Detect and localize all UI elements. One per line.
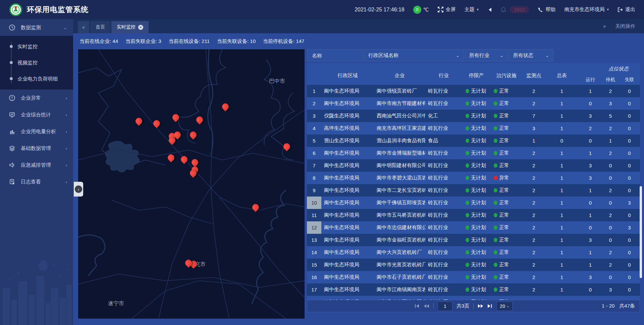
cell-limit: 无计划: [462, 150, 490, 156]
region-filter-select[interactable]: 行政区域名称 ⌄: [364, 49, 464, 61]
table-row[interactable]: 3 仪陇生态环境局 西南油气田分公司川中 化工 无计划 正常 7 1 3 5 0: [307, 110, 640, 122]
name-filter-input[interactable]: [311, 52, 359, 59]
first-page-button[interactable]: [415, 304, 420, 308]
org-menu-button[interactable]: 南充市生态环境局▾: [564, 6, 609, 13]
table-row[interactable]: 8 阆中生态环境局 阆中市枣碧大梁山页岩 砖瓦行业 无计划 异常 2 1 3 0…: [307, 172, 640, 184]
cell-region: 阆中生态环境局: [321, 162, 374, 169]
notification-count-badge: 2632: [510, 6, 529, 13]
header-index: [307, 72, 321, 76]
page-size-select[interactable]: 20 ⌄: [496, 302, 513, 311]
sidebar-item-1[interactable]: 企业异常 ‹: [0, 90, 73, 106]
cell-meters: 1: [545, 212, 579, 218]
skyline-decoration: [0, 256, 73, 325]
cell-meters: 1: [545, 150, 579, 156]
theme-menu-button[interactable]: 主题▾: [465, 6, 479, 13]
table-row[interactable]: 7 阆中生态环境局 阆中明阳建材有限公司 砖瓦行业 无计划 正常 2 1 3 0…: [307, 159, 640, 172]
cell-region: 阆中生态环境局: [321, 274, 374, 280]
status-dot: [466, 250, 469, 255]
cell-company: 阆中市枣碧大梁山页岩: [374, 175, 425, 181]
cell-industry: 砖瓦行业: [425, 212, 462, 218]
cell-run: 1: [579, 187, 602, 193]
sidebar-item-4[interactable]: 基础数据管理 ‹: [0, 140, 73, 157]
map-panel[interactable]: 巴中市南充市遂宁市: [78, 49, 305, 319]
table-row[interactable]: 13 阆中生态环境局 阆中市金福旺页岩机砖 砖瓦行业 无计划 正常 2 1 3 …: [307, 234, 640, 246]
status-dot: [466, 263, 469, 267]
tabs-scroll-right-button[interactable]: »: [603, 23, 606, 29]
fullscreen-icon: [438, 7, 443, 12]
cell-stop: 2: [602, 262, 619, 268]
cell-points: 2: [523, 225, 545, 230]
tab-close-icon[interactable]: ✕: [138, 25, 143, 30]
chevron-icon: ‹: [66, 96, 67, 101]
cell-region: 阆中生态环境局: [321, 88, 374, 94]
cell-lost: 0: [619, 212, 640, 218]
help-button[interactable]: 帮助: [538, 6, 555, 13]
sidebar-collapse-button[interactable]: ‹: [74, 182, 83, 197]
table-scrollbar[interactable]: [640, 186, 642, 278]
prev-page-button[interactable]: [424, 304, 429, 308]
sidebar-submenu-item[interactable]: 视频监控: [0, 55, 73, 71]
cell-industry: 砖瓦行业: [425, 237, 462, 243]
table-row[interactable]: 17 阆中生态环境局 阆中市江南镇阆南页岩 砖瓦行业 无计划 正常 2 1 0 …: [307, 283, 640, 296]
table-row[interactable]: 4 高坪生态环境局 南充市高坪区王家店建 砖瓦行业 无计划 正常 3 1 2 2…: [307, 122, 640, 134]
cell-stop: 0: [602, 200, 619, 206]
page-number-input[interactable]: [438, 302, 452, 311]
sidebar-item-2[interactable]: 企业综合统计 ‹: [0, 106, 73, 123]
cell-points: 2: [523, 200, 545, 206]
cell-facility: 正常: [490, 286, 523, 293]
cell-meters: 1: [545, 250, 579, 255]
name-filter-field[interactable]: [307, 49, 363, 61]
table-row[interactable]: 12 阆中生态环境局 阆中市忠信建材有限公 砖瓦行业 无计划 正常 2 1 0 …: [307, 221, 640, 234]
table-row[interactable]: 10 阆中生态环境局 阆中千佛镇五郎垭页岩 砖瓦行业 无计划 正常 2 1 0 …: [307, 197, 640, 209]
industry-filter-select[interactable]: 所有行业 ⌄: [465, 49, 508, 61]
table-row[interactable]: 14 阆中生态环境局 阆中大兴页岩机砖厂 砖瓦行业 无计划 正常 2 1 1 2…: [307, 246, 640, 259]
status-dot: [466, 201, 469, 205]
cell-stop: 2: [602, 88, 619, 94]
cell-stop: 2: [602, 187, 619, 193]
sidebar-submenu-item[interactable]: 实时监控: [0, 39, 73, 55]
fullscreen-button[interactable]: 全屏: [438, 6, 456, 13]
table-row[interactable]: 11 阆中生态环境局 阆中市五马桥页岩机砖 砖瓦行业 无计划 正常 2 1 1 …: [307, 209, 640, 221]
sidebar-item-0[interactable]: 数据监测 ⌄: [0, 19, 73, 36]
main-content: 当前在线企业: 44当前失联企业: 3当前在线设备: 211当前失联设备: 10…: [73, 33, 644, 325]
cell-industry: 砖瓦行业: [425, 187, 462, 194]
table-row[interactable]: 18 南部生态环境局 南部县砖化页岩有限公 建材加工 无计划 正常 5 0 0 …: [307, 296, 640, 300]
sidebar-submenu-item[interactable]: 企业电力负荷明细: [0, 71, 73, 87]
next-page-button[interactable]: [478, 304, 483, 308]
last-page-button[interactable]: [487, 304, 492, 308]
table-row[interactable]: 1 阆中生态环境局 阆中强锐页岩砖厂 砖瓦行业 无计划 正常 2 1 1 2 0: [307, 85, 640, 97]
logout-button[interactable]: 退出: [618, 6, 635, 13]
cell-industry: 砖瓦行业: [425, 150, 462, 156]
close-operations-button[interactable]: 关闭操作: [615, 23, 635, 30]
table-row[interactable]: 9 阆中生态环境局 阆中市二龙长宝页岩砖 砖瓦行业 无计划 正常 2 1 1 2…: [307, 184, 640, 197]
cell-stop: 2: [602, 150, 619, 156]
layers-icon: [9, 145, 15, 152]
cell-points: 2: [523, 88, 545, 94]
cell-facility: 正常: [490, 88, 523, 94]
header-facility: 治污设施: [490, 69, 523, 79]
tab-1[interactable]: 实时监控 ✕: [111, 21, 149, 33]
cell-region: 阆中生态环境局: [321, 100, 374, 107]
clock-icon: [9, 24, 15, 31]
header-meters: 总表: [545, 69, 579, 79]
sound-mute-button[interactable]: [487, 7, 492, 12]
cell-run: 3: [579, 163, 602, 168]
table-row[interactable]: 2 阆中生态环境局 阆中市南方节能建材有 砖瓦行业 无计划 正常 2 1 0 3…: [307, 97, 640, 110]
cell-facility: 正常: [490, 200, 523, 206]
sidebar-item-6[interactable]: 日志查看 ‹: [0, 173, 73, 190]
table-row[interactable]: 16 阆中生态环境局 阆中市石子页岩机砖厂 砖瓦行业 无计划 正常 2 1 3 …: [307, 271, 640, 283]
sidebar-item-5[interactable]: 应急减排管理 ‹: [0, 157, 73, 173]
cell-index: 12: [307, 221, 321, 234]
table-row[interactable]: 5 营山生态环境局 营山县润丰肉食品有限 食品 无计划 正常 1 0 0 1 0: [307, 134, 640, 147]
tabs-scroll-left-button[interactable]: «: [78, 21, 89, 33]
cell-industry: 化工: [425, 113, 462, 119]
table-row[interactable]: 15 阆中生态环境局 阆中市光富页岩机砖厂 砖瓦行业 无计划 正常 2 1 1 …: [307, 259, 640, 271]
cell-points: 2: [523, 262, 545, 268]
alert-circle-icon: [9, 95, 15, 101]
status-filter-select[interactable]: 所有状态 ⌄: [509, 49, 553, 61]
tab-0[interactable]: 首页: [90, 21, 110, 33]
cell-points: 2: [523, 163, 545, 168]
notifications-button[interactable]: 2632: [501, 6, 529, 13]
table-row[interactable]: 6 阆中生态环境局 阆中市金博瑞新型墙材 砖瓦行业 无计划 正常 2 1 1 2…: [307, 147, 640, 159]
sidebar-item-3[interactable]: 企业用电量分析 ‹: [0, 123, 73, 140]
